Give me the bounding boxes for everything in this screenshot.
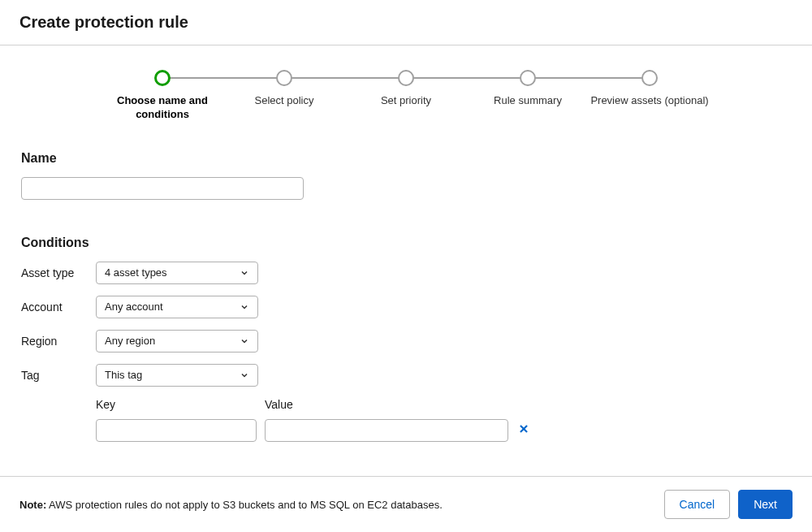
note-text: AWS protection rules do not apply to S3 … [46,499,443,511]
step-circle-icon [520,70,536,86]
chevron-down-icon [240,302,249,312]
dialog-header: Create protection rule [0,0,812,45]
tag-dropdown[interactable]: This tag [96,364,258,387]
rule-name-input[interactable] [21,177,304,200]
step-label: Rule summary [494,94,562,108]
account-label: Account [21,301,96,314]
step-connector [406,77,528,79]
dialog-footer: Note: AWS protection rules do not apply … [0,476,812,532]
asset-type-label: Asset type [21,266,96,279]
region-dropdown[interactable]: Any region [96,330,258,353]
step-label: Select policy [255,94,314,108]
step-set-priority[interactable]: Set priority [345,70,467,108]
account-dropdown[interactable]: Any account [96,296,258,318]
chevron-down-icon [240,370,249,380]
step-connector [162,77,284,79]
cancel-button[interactable]: Cancel [664,490,731,519]
asset-type-row: Asset type 4 asset types [21,262,791,284]
conditions-section-title: Conditions [21,236,791,250]
step-connector [284,77,406,79]
step-rule-summary[interactable]: Rule summary [467,70,589,108]
region-value: Any region [105,335,155,347]
step-circle-icon [154,70,171,86]
form-area: Name Conditions Asset type 4 asset types… [0,138,812,458]
asset-type-dropdown[interactable]: 4 asset types [96,262,258,284]
account-row: Account Any account [21,296,791,318]
region-label: Region [21,335,96,348]
footer-buttons: Cancel Next [664,490,793,519]
tag-label: Tag [21,369,96,382]
chevron-down-icon [240,268,249,278]
tag-value-input[interactable] [265,419,508,442]
step-label: Preview assets (optional) [590,94,708,108]
step-circle-icon [276,70,292,86]
tag-key-value-row: Key Value [96,398,791,442]
page-title: Create protection rule [19,13,793,32]
conditions-section: Conditions Asset type 4 asset types Acco… [21,236,791,442]
next-button[interactable]: Next [738,490,793,519]
wizard-stepper: Choose name and conditions Select policy… [0,45,812,138]
tag-key-label: Key [96,398,257,411]
tag-key-column: Key [96,398,257,442]
tag-key-input[interactable] [96,419,257,442]
step-choose-name[interactable]: Choose name and conditions [102,70,223,122]
asset-type-value: 4 asset types [105,266,167,279]
steps-row: Choose name and conditions Select policy… [102,70,710,122]
step-preview-assets[interactable]: Preview assets (optional) [589,70,710,108]
note-prefix: Note: [19,499,46,511]
step-label: Set priority [381,94,431,108]
close-icon [518,423,529,435]
step-select-policy[interactable]: Select policy [223,70,345,108]
step-connector [528,77,650,79]
region-row: Region Any region [21,330,791,353]
account-value: Any account [105,301,163,313]
step-circle-icon [641,70,658,86]
remove-tag-icon[interactable] [518,422,529,442]
name-section-title: Name [21,151,791,166]
tag-value: This tag [105,369,142,381]
tag-value-column: Value [265,398,508,442]
tag-value-label: Value [265,398,508,411]
step-label: Choose name and conditions [102,94,223,122]
chevron-down-icon [240,336,249,346]
tag-row: Tag This tag [21,364,791,387]
footer-note: Note: AWS protection rules do not apply … [19,499,443,511]
step-circle-icon [398,70,414,86]
